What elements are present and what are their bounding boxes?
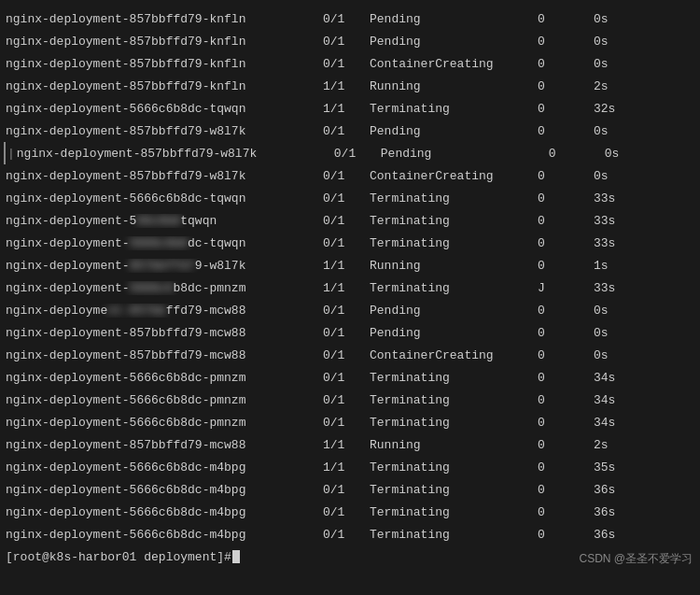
pod-ready: 1/1 (323, 460, 370, 475)
pod-name: nginx-deployment-566c6b8tqwqn (6, 214, 323, 228)
table-row: nginx-deployment-5666c6b8dc-pmnzm1/1Term… (4, 276, 696, 299)
pod-status: Terminating (370, 191, 538, 205)
pod-restarts: 0 (538, 12, 594, 26)
pod-name: nginx-deployment-5666c6b8dc-pmnzm (6, 281, 323, 295)
pod-restarts: 0 (538, 528, 594, 542)
pod-restarts: 0 (538, 438, 594, 452)
pod-status: Terminating (370, 281, 538, 295)
pod-status: Running (370, 259, 538, 273)
pod-name: nginx-deployment-857bbffd79-knfln (6, 57, 323, 71)
pod-restarts: 0 (538, 35, 594, 49)
pod-ready: 0/1 (323, 169, 370, 183)
pod-status: Terminating (370, 505, 538, 519)
table-row: nginx-deployment-857bbffd79-w8l7k1/1Runn… (4, 254, 696, 276)
pod-name: nginx-deployment-857bbffd79-w8l7k (6, 169, 323, 183)
pod-ready: 0/1 (323, 191, 370, 205)
pod-name: nginx-deployment-857bbffd79-w8l7k (6, 124, 323, 138)
cursor (232, 550, 240, 563)
pod-name: nginx-deployment-857bbffd79-mcw88 (6, 326, 323, 340)
pod-age: 2s (594, 79, 640, 93)
pod-ready: 0/1 (323, 348, 370, 362)
pod-age: 0s (605, 147, 651, 161)
table-row: nginx-deployment-5666c6b8dc-tqwqn1/1Term… (4, 97, 696, 120)
pod-age: 34s (594, 393, 640, 407)
pod-name: nginx-deployment-5666c6b8dc-pmnzm (6, 416, 323, 430)
pod-name: nginx-deployment-5666c6b8dc-tqwqn (6, 102, 323, 116)
watermark: CSDN @圣圣不爱学习 (579, 551, 693, 567)
pod-restarts: 0 (538, 393, 594, 407)
pod-restarts: 0 (538, 236, 594, 250)
pod-status: Terminating (370, 393, 538, 407)
table-row: nginx-deployment-5666c6b8dc-tqwqn0/1Term… (4, 187, 696, 209)
pod-age: 2s (594, 438, 640, 452)
table-row: nginx-deployment-5666c6b8dc-pmnzm0/1Term… (4, 389, 696, 411)
pod-name: nginx-deployment-857bbffd79-knfln (6, 35, 323, 49)
pod-restarts: 0 (538, 371, 594, 385)
pod-restarts: 0 (538, 416, 594, 430)
table-row: nginx-deployment-857bbffd79-mcw881/1Runn… (4, 433, 696, 456)
pod-age: 33s (594, 191, 640, 205)
table-row: nginx-deployment-5666c6b8dc-pmnzm0/1Term… (4, 411, 696, 433)
pod-status: Running (370, 79, 538, 93)
pod-status: Terminating (370, 528, 538, 542)
pod-name: nginx-deployment-5666c6b8dc-m4bpg (6, 483, 323, 497)
pod-status: Pending (370, 35, 538, 49)
pod-ready: 0/1 (323, 326, 370, 340)
pod-age: 34s (594, 371, 640, 385)
pod-age: 0s (594, 304, 640, 318)
pod-name: nginx-deployment-857bbffd79-knfln (6, 79, 323, 93)
pod-ready: 1/1 (323, 281, 370, 295)
table-row: | nginx-deployment-857bbffd79-w8l7k0/1Pe… (4, 142, 696, 164)
table-row: nginx-deployment-857bbffd79-mcw880/1Pend… (4, 321, 696, 344)
pod-name: nginx-deployment-5666c6b8dc-tqwqn (6, 191, 323, 205)
pod-age: 0s (594, 169, 640, 183)
pod-name: nginx-deployment-857bbffd79-mcw88 (6, 438, 323, 452)
pod-status: Pending (370, 326, 538, 340)
pod-status: Terminating (370, 416, 538, 430)
pod-restarts: 0 (538, 483, 594, 497)
pod-ready: 1/1 (323, 438, 370, 452)
pod-restarts: 0 (538, 259, 594, 273)
pod-status: Terminating (370, 371, 538, 385)
table-row: nginx-deployment-5666c6b8dc-pmnzm0/1Term… (4, 366, 696, 389)
table-row: nginx-deployment-857bbffd79-mcw880/1Cont… (4, 344, 696, 366)
pod-restarts: 0 (538, 169, 594, 183)
bar-indicator: | (7, 147, 15, 161)
pod-status: Pending (370, 124, 538, 138)
table-row: nginx-deployment-857bbffd79-knfln0/1Pend… (4, 30, 696, 52)
table-row: nginx-deployment-5666c6b8dc-tqwqn0/1Term… (4, 232, 696, 254)
pod-status: Pending (370, 12, 538, 26)
table-row: nginx-deployment-857bbffd79-knfln0/1Pend… (4, 7, 696, 30)
pod-status: Terminating (370, 460, 538, 475)
pod-ready: 1/1 (323, 102, 370, 116)
pod-restarts: 0 (549, 147, 605, 161)
pod-status: Terminating (370, 483, 538, 497)
pod-status: Pending (381, 147, 549, 161)
pod-status: Terminating (370, 102, 538, 116)
pod-age: 0s (594, 124, 640, 138)
table-row: nginx-deployment-5666c6b8dc-m4bpg0/1Term… (4, 523, 696, 545)
pod-restarts: 0 (538, 57, 594, 71)
table-row: nginx-deployment-857bbffd79-w8l7k0/1Cont… (4, 164, 696, 187)
pod-ready: 1/1 (323, 79, 370, 93)
pod-status: ContainerCreating (370, 348, 538, 362)
pod-status: Pending (370, 304, 538, 318)
pod-age: 33s (594, 281, 640, 295)
table-row: nginx-deployment-566c6b8tqwqn0/1Terminat… (4, 209, 696, 232)
pod-name: nginx-deployment-5666c6b8dc-m4bpg (6, 505, 323, 519)
pod-age: 0s (594, 57, 640, 71)
pod-name: nginx-deployment-5666c6b8dc-pmnzm (6, 371, 323, 385)
pod-ready: 0/1 (323, 505, 370, 519)
pod-age: 36s (594, 505, 640, 519)
table-row: nginx-deployment-5666c6b8dc-m4bpg0/1Term… (4, 501, 696, 523)
pod-ready: 0/1 (323, 393, 370, 407)
pod-age: 1s (594, 259, 640, 273)
pod-ready: 0/1 (323, 214, 370, 228)
table-row: nginx-deployment-5666c6b8dc-m4bpg1/1Term… (4, 456, 696, 478)
table-row: nginx-deployment-857bbffd79-knfln0/1Cont… (4, 52, 696, 75)
pod-ready: 0/1 (323, 528, 370, 542)
pod-name: nginx-deployment-857bbffd79-w8l7k (17, 147, 334, 161)
terminal: nginx-deployment-857bbffd79-knfln0/1Pend… (0, 0, 700, 595)
pod-ready: 0/1 (323, 483, 370, 497)
pod-age: 0s (594, 35, 640, 49)
